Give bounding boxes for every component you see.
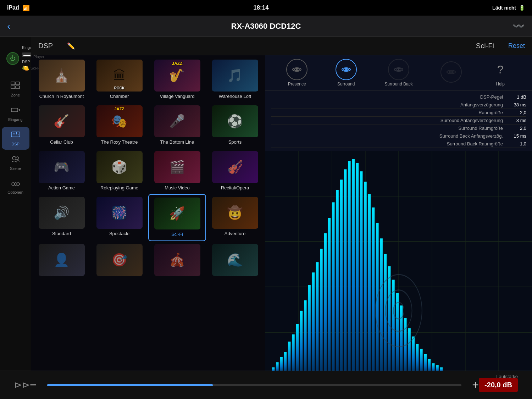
param-value-4: 2,0 bbox=[509, 126, 526, 131]
param-value-6: 1,0 bbox=[509, 141, 526, 146]
dsp-item-action[interactable]: 🎮 Action Game bbox=[33, 148, 90, 194]
szene-label: Szene bbox=[10, 166, 21, 171]
svg-rect-0 bbox=[11, 82, 15, 85]
village-label: Village Vanguard bbox=[160, 94, 195, 100]
content-panel: DSP ✏️ Sci-Fi Reset ⛪ bbox=[31, 37, 532, 399]
church-label: Church in Royaumont bbox=[39, 94, 84, 100]
sidebar-item-szene[interactable]: Szene bbox=[2, 151, 29, 174]
param-name-6: Surround Back Raumgröße bbox=[447, 141, 503, 146]
dsp-grid: ⛪ Church in Royaumont 🏛 ROCK Chamber bbox=[31, 55, 265, 282]
svg-rect-54 bbox=[320, 249, 323, 372]
volume-plus-button[interactable]: + bbox=[472, 378, 479, 392]
dsp-item-spectacle[interactable]: 🎆 Spectacle bbox=[90, 194, 148, 241]
dsp-setting-1: Anfangsverzögerung 38 ms bbox=[271, 101, 526, 109]
svg-rect-48 bbox=[296, 324, 299, 373]
surround-label: Surround bbox=[337, 82, 355, 87]
sidebar-item-zone[interactable]: Zone bbox=[2, 78, 29, 101]
dsp-section-title: DSP bbox=[38, 42, 53, 50]
back-button[interactable]: ‹ bbox=[7, 21, 10, 32]
reset-button[interactable]: Reset bbox=[508, 42, 525, 50]
param-name-2: Raumgröße bbox=[478, 110, 503, 115]
action-label: Action Game bbox=[48, 185, 75, 191]
dsp-item-r1[interactable]: 👤 bbox=[33, 241, 90, 281]
dsp-item-roleplaying[interactable]: 🎲 Roleplaying Game bbox=[90, 148, 148, 194]
help-label: Help bbox=[496, 82, 505, 87]
dsp-item-recital[interactable]: 🎻 Recital/Opera bbox=[206, 148, 264, 194]
cellar-label: Cellar Club bbox=[50, 139, 73, 145]
spectrum-chart bbox=[265, 151, 532, 378]
svg-rect-44 bbox=[280, 357, 283, 373]
dsp-icon bbox=[11, 131, 21, 140]
status-bar: iPad 📶 18:14 Lädt nicht 🔋 bbox=[0, 0, 532, 16]
zone-label: Zone bbox=[11, 93, 20, 97]
param-name-5: Surround Back Anfangsverzög. bbox=[439, 133, 503, 139]
dsp-item-r2[interactable]: 🎯 bbox=[90, 241, 148, 281]
speaker-presence[interactable]: Presence bbox=[286, 59, 307, 87]
svg-rect-76 bbox=[408, 328, 411, 372]
power-button[interactable]: ⏻ bbox=[6, 52, 19, 65]
help-circle: ? bbox=[490, 59, 511, 80]
svg-rect-45 bbox=[284, 352, 287, 372]
speaker-extra[interactable] bbox=[440, 61, 462, 84]
svg-rect-67 bbox=[372, 207, 375, 372]
dsp-item-standard[interactable]: 🔊 Standard bbox=[33, 194, 90, 241]
speaker-surround-back[interactable]: Surround Back bbox=[384, 59, 412, 87]
sidebar-item-eingang[interactable]: Eingang bbox=[2, 102, 29, 125]
app-title: RX-A3060 DCD12C bbox=[231, 22, 301, 31]
svg-rect-47 bbox=[292, 334, 295, 373]
dsp-item-bottom[interactable]: 🎤 The Bottom Line bbox=[148, 102, 206, 148]
status-right: Lädt nicht 🔋 bbox=[492, 5, 525, 11]
svg-point-12 bbox=[12, 156, 16, 160]
volume-value: -20,0 dB bbox=[479, 378, 518, 392]
dsp-setting-4: Surround Raumgröße 2,0 bbox=[271, 124, 526, 132]
presence-label: Presence bbox=[288, 82, 306, 87]
param-name-4: Surround Raumgröße bbox=[458, 126, 503, 131]
volume-slider[interactable] bbox=[47, 384, 462, 386]
edit-icon[interactable]: ✏️ bbox=[67, 42, 75, 50]
svg-rect-49 bbox=[300, 311, 303, 373]
dsp-item-roxy[interactable]: 🎭 JAZZ The Roxy Theatre bbox=[90, 102, 148, 148]
dsp-setting-2: Raumgröße 2,0 bbox=[271, 109, 526, 117]
dsp-item-church[interactable]: ⛪ Church in Royaumont bbox=[33, 57, 90, 102]
optionen-icon bbox=[11, 179, 21, 189]
dsp-label-text: DSP bbox=[11, 142, 20, 146]
param-value-3: 3 ms bbox=[509, 118, 526, 123]
volume-minus-button[interactable]: − bbox=[30, 378, 37, 392]
bottom-label: The Bottom Line bbox=[160, 139, 194, 145]
dsp-item-chamber[interactable]: 🏛 ROCK Chamber bbox=[90, 57, 148, 102]
recital-label: Recital/Opera bbox=[221, 185, 249, 191]
svg-rect-62 bbox=[352, 159, 355, 372]
sidebar-item-optionen[interactable]: Optionen bbox=[2, 176, 29, 198]
lautstarke-label: Lautstärke bbox=[496, 374, 518, 379]
music-label: Music Video bbox=[165, 185, 190, 191]
standard-label: Standard bbox=[52, 231, 71, 237]
svg-rect-66 bbox=[368, 194, 371, 372]
battery-label: Lädt nicht bbox=[492, 5, 516, 11]
dsp-item-sports[interactable]: ⚽ Sports bbox=[206, 102, 264, 148]
dsp-item-village[interactable]: 🎷 JAZZ Village Vanguard bbox=[148, 57, 206, 102]
title-bar: ‹ RX-A3060 DCD12C 〰️ bbox=[0, 16, 532, 37]
main-content: ⏻ Eingang ▬▬ BD Player DSP 🍋 Sci-Fi bbox=[0, 37, 532, 399]
speaker-help[interactable]: ? Help bbox=[490, 59, 511, 87]
dsp-item-warehouse[interactable]: 🎵 Warehouse Loft bbox=[206, 57, 264, 102]
svg-rect-46 bbox=[288, 342, 291, 372]
svg-rect-65 bbox=[364, 182, 367, 372]
sidebar: ⏻ Eingang ▬▬ BD Player DSP 🍋 Sci-Fi bbox=[0, 37, 31, 399]
dsp-item-scifi[interactable]: 🚀 Sci-Fi bbox=[148, 194, 206, 241]
dsp-item-cellar[interactable]: 🎸 Cellar Club bbox=[33, 102, 90, 148]
speaker-surround[interactable]: Surround bbox=[336, 59, 357, 87]
dsp-item-r3[interactable]: 🎪 bbox=[148, 241, 206, 281]
dsp-setting-5: Surround Back Anfangsverzög. 15 ms bbox=[271, 132, 526, 140]
sidebar-item-dsp[interactable]: DSP bbox=[2, 127, 29, 150]
dsp-item-adventure[interactable]: 🤠 Adventure bbox=[206, 194, 264, 241]
svg-rect-50 bbox=[304, 300, 307, 373]
svg-rect-60 bbox=[344, 169, 347, 372]
dsp-setting-3: Surround Anfangsverzögerung 3 ms bbox=[271, 117, 526, 124]
dsp-item-r4[interactable]: 🌊 bbox=[206, 241, 264, 281]
battery-icon: 🔋 bbox=[519, 5, 525, 11]
dsp-item-music[interactable]: 🎬 Music Video bbox=[148, 148, 206, 194]
svg-point-13 bbox=[16, 157, 19, 160]
svg-rect-77 bbox=[412, 337, 415, 373]
mute-button[interactable]: ⊳⊳ bbox=[14, 379, 30, 390]
svg-rect-57 bbox=[332, 202, 335, 372]
